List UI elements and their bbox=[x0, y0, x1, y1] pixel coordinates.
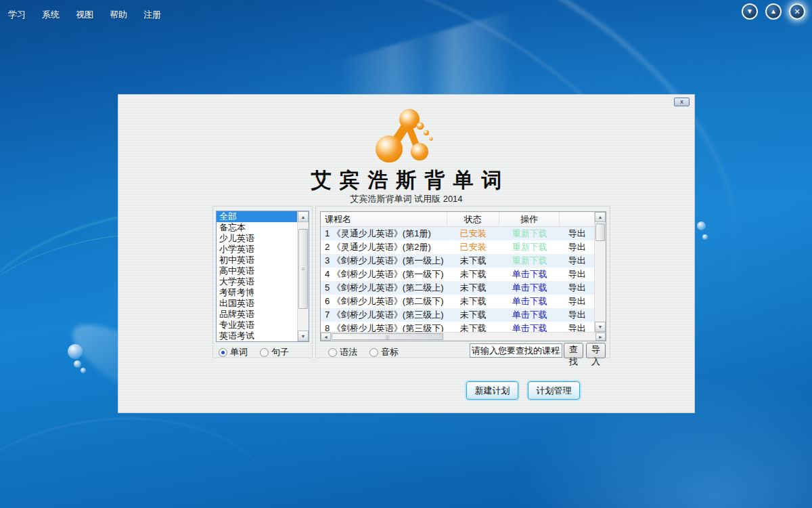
plan-manage-button[interactable]: 计划管理 bbox=[528, 381, 580, 400]
word-mode-option[interactable]: 单词 bbox=[219, 346, 248, 358]
app-logo bbox=[374, 106, 445, 168]
course-action-link[interactable]: 单击下载 bbox=[499, 308, 560, 322]
course-name: 5 《剑桥少儿英语》(第二级上) bbox=[321, 281, 447, 295]
category-item[interactable]: 全部 bbox=[217, 211, 297, 222]
course-status: 未下载 bbox=[447, 322, 499, 332]
course-action-link[interactable]: 重新下载 bbox=[499, 254, 560, 268]
scrollbar-thumb[interactable]: ||| bbox=[332, 333, 443, 340]
category-item[interactable]: 少儿英语 bbox=[217, 233, 297, 244]
scrollbar-thumb[interactable] bbox=[595, 224, 605, 241]
window-controls: ▼ ▲ ✕ bbox=[742, 3, 805, 20]
menu-item-help[interactable]: 帮助 bbox=[110, 9, 127, 21]
menu-item-view[interactable]: 视图 bbox=[76, 9, 93, 21]
table-vscrollbar[interactable]: ▲ ▼ bbox=[594, 212, 606, 332]
course-export-link[interactable]: 导出 bbox=[560, 322, 594, 332]
course-action-link[interactable]: 单击下载 bbox=[499, 322, 560, 332]
category-item[interactable]: 考研考博 bbox=[217, 287, 297, 298]
category-item[interactable]: 大学英语 bbox=[217, 276, 297, 287]
word-mode-radios: 单词句子 bbox=[219, 346, 289, 358]
scroll-left-button[interactable]: ◄ bbox=[321, 333, 331, 341]
course-export-link[interactable]: 导出 bbox=[560, 254, 594, 268]
category-item[interactable]: 初中英语 bbox=[217, 255, 297, 266]
course-status: 已安装 bbox=[447, 227, 499, 240]
course-action-link[interactable]: 重新下载 bbox=[499, 240, 560, 254]
course-action-link[interactable]: 单击下载 bbox=[499, 295, 560, 308]
menu-item-register[interactable]: 注册 bbox=[143, 9, 161, 21]
scrollbar-thumb[interactable]: ≡ bbox=[298, 229, 308, 309]
find-button[interactable]: 查找 bbox=[564, 343, 583, 358]
bubble bbox=[81, 368, 86, 373]
bubble bbox=[74, 360, 81, 368]
course-row: 1 《灵通少儿英语》(第1册)已安装重新下载导出 bbox=[321, 227, 594, 240]
radio-icon[interactable] bbox=[328, 348, 337, 357]
category-item[interactable]: 英语考试 bbox=[217, 331, 297, 341]
import-button[interactable]: 导入 bbox=[586, 343, 606, 358]
bubble bbox=[702, 234, 708, 240]
triangle-down-icon: ▼ bbox=[746, 8, 753, 15]
word-mode-option[interactable]: 句子 bbox=[260, 346, 289, 358]
course-row: 6 《剑桥少儿英语》(第二级下)未下载单击下载导出 bbox=[321, 295, 594, 308]
extra-mode-label: 语法 bbox=[340, 346, 357, 358]
extra-mode-option[interactable]: 语法 bbox=[328, 346, 357, 358]
bubble bbox=[68, 344, 83, 359]
course-export-link[interactable]: 导出 bbox=[560, 268, 594, 281]
restore-button[interactable]: ▲ bbox=[765, 3, 782, 20]
scroll-down-button[interactable]: ▼ bbox=[298, 331, 309, 341]
category-item[interactable]: 小学英语 bbox=[217, 244, 297, 255]
category-group: 全部备忘本少儿英语小学英语初中英语高中英语大学英语考研考博出国英语品牌英语专业英… bbox=[212, 206, 313, 358]
radio-icon[interactable] bbox=[260, 348, 269, 357]
column-header-status: 状态 bbox=[447, 212, 499, 226]
category-item[interactable]: 高中英语 bbox=[217, 266, 297, 276]
course-action-link[interactable]: 重新下载 bbox=[499, 227, 560, 240]
course-export-link[interactable]: 导出 bbox=[560, 240, 594, 254]
course-table: 课程名 状态 操作 1 《灵通少儿英语》(第1册)已安装重新下载导出2 《灵通少… bbox=[320, 211, 606, 341]
scroll-up-button[interactable]: ▲ bbox=[298, 211, 309, 222]
course-search-input[interactable] bbox=[470, 343, 562, 358]
minimize-button[interactable]: ▼ bbox=[742, 3, 758, 20]
course-export-link[interactable]: 导出 bbox=[560, 308, 594, 322]
course-row: 7 《剑桥少儿英语》(第三级上)未下载单击下载导出 bbox=[321, 308, 594, 322]
category-scrollbar[interactable]: ▲ ≡ ▼ bbox=[297, 211, 309, 341]
course-export-link[interactable]: 导出 bbox=[560, 295, 594, 308]
course-manager-dialog: x bbox=[118, 94, 695, 413]
dialog-close-button[interactable]: x bbox=[674, 98, 690, 106]
category-listbox[interactable]: 全部备忘本少儿英语小学英语初中英语高中英语大学英语考研考博出国英语品牌英语专业英… bbox=[216, 211, 309, 342]
course-name: 4 《剑桥少儿英语》(第一级下) bbox=[321, 268, 447, 281]
radio-icon[interactable] bbox=[219, 348, 227, 357]
course-status: 未下载 bbox=[447, 281, 499, 295]
app-title: 艾宾浩斯背单词 bbox=[118, 167, 694, 194]
course-action-link[interactable]: 单击下载 bbox=[499, 281, 560, 295]
course-name: 7 《剑桥少儿英语》(第三级上) bbox=[321, 308, 447, 322]
scroll-right-button[interactable]: ► bbox=[595, 333, 606, 341]
scroll-down-button[interactable]: ▼ bbox=[595, 322, 606, 332]
course-export-link[interactable]: 导出 bbox=[560, 227, 594, 240]
category-item[interactable]: 专业英语 bbox=[217, 320, 297, 331]
course-row: 8 《剑桥少儿英语》(第三级下)未下载单击下载导出 bbox=[321, 322, 594, 332]
category-item[interactable]: 备忘本 bbox=[217, 222, 297, 233]
close-icon: ✕ bbox=[794, 8, 800, 16]
course-row: 4 《剑桥少儿英语》(第一级下)未下载单击下载导出 bbox=[321, 268, 594, 281]
course-name: 2 《灵通少儿英语》(第2册) bbox=[321, 240, 447, 254]
radio-icon[interactable] bbox=[369, 348, 378, 357]
close-button[interactable]: ✕ bbox=[789, 3, 805, 20]
course-name: 3 《剑桥少儿英语》(第一级上) bbox=[321, 254, 447, 268]
word-mode-label: 句子 bbox=[271, 346, 289, 358]
course-row: 5 《剑桥少儿英语》(第二级上)未下载单击下载导出 bbox=[321, 281, 594, 295]
column-header-extra bbox=[560, 212, 594, 226]
extra-mode-label: 音标 bbox=[381, 346, 399, 358]
category-item[interactable]: 出国英语 bbox=[217, 298, 297, 309]
app-subtitle: 艾宾浩斯背单词 试用版 2014 bbox=[118, 193, 694, 205]
course-action-link[interactable]: 单击下载 bbox=[499, 268, 560, 281]
molecule-logo-icon bbox=[374, 106, 445, 168]
extra-mode-option[interactable]: 音标 bbox=[369, 346, 399, 358]
category-item[interactable]: 品牌英语 bbox=[217, 309, 297, 320]
menu-item-study[interactable]: 学习 bbox=[8, 9, 26, 21]
course-export-link[interactable]: 导出 bbox=[560, 281, 594, 295]
table-hscrollbar[interactable]: ◄ ||| ► bbox=[321, 332, 606, 341]
new-plan-button[interactable]: 新建计划 bbox=[466, 381, 518, 400]
column-header-action: 操作 bbox=[499, 212, 560, 226]
course-status: 未下载 bbox=[447, 254, 499, 268]
menu-item-system[interactable]: 系统 bbox=[42, 9, 60, 21]
course-row: 2 《灵通少儿英语》(第2册)已安装重新下载导出 bbox=[321, 240, 594, 254]
scroll-up-button[interactable]: ▲ bbox=[595, 212, 606, 222]
